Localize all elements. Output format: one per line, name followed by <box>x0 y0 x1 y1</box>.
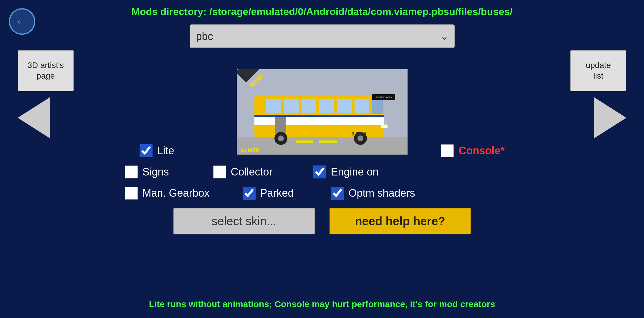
parked-label: Parked <box>260 187 294 199</box>
console-checkbox[interactable] <box>441 144 454 157</box>
bus-image-container: RESERVADO 3 3780 90%+ by MEP <box>237 69 408 155</box>
mod-dropdown[interactable]: pbc <box>190 24 455 48</box>
artist-page-button[interactable]: 3D artist's page <box>18 50 74 91</box>
options-row-2: Signs Collector Engine on <box>116 165 528 178</box>
svg-rect-16 <box>381 125 388 128</box>
collector-checkbox[interactable] <box>213 165 226 178</box>
options-panel: Lite Console* Signs Collector Engine on … <box>116 144 528 234</box>
lite-checkbox-item[interactable]: Lite <box>140 144 222 157</box>
man-gearbox-checkbox-item[interactable]: Man. Gearbox <box>125 187 225 200</box>
update-list-label: updatelist <box>586 60 611 82</box>
optm-shaders-checkbox[interactable] <box>331 187 344 200</box>
console-label: Console* <box>458 145 504 157</box>
options-row-1: Lite Console* <box>116 144 528 157</box>
parked-checkbox[interactable] <box>243 187 256 200</box>
optm-shaders-label: Optm shaders <box>349 187 415 199</box>
bus-image: RESERVADO 3 3780 90%+ by MEP <box>237 69 408 155</box>
signs-checkbox-item[interactable]: Signs <box>125 165 196 178</box>
artist-page-label: 3D artist's page <box>18 60 73 82</box>
next-button[interactable] <box>594 97 626 138</box>
select-skin-button[interactable]: select skin... <box>173 208 315 234</box>
engine-on-checkbox[interactable] <box>313 165 326 178</box>
parked-checkbox-item[interactable]: Parked <box>243 187 313 200</box>
svg-rect-11 <box>337 99 352 113</box>
svg-point-19 <box>278 135 284 141</box>
svg-text:3 3780: 3 3780 <box>352 131 366 136</box>
select-skin-label: select skin... <box>211 215 276 228</box>
svg-rect-12 <box>355 99 369 113</box>
collector-checkbox-item[interactable]: Collector <box>213 165 296 178</box>
svg-rect-17 <box>275 117 286 135</box>
mod-dropdown-wrapper: pbc ⌄ <box>190 24 455 48</box>
signs-checkbox[interactable] <box>125 165 138 178</box>
svg-rect-13 <box>372 98 383 114</box>
mods-dir-label: Mods directory: /storage/emulated/0/Andr… <box>0 0 644 17</box>
svg-rect-10 <box>319 99 334 113</box>
optm-shaders-checkbox-item[interactable]: Optm shaders <box>331 187 425 200</box>
svg-text:RESERVADO: RESERVADO <box>375 96 392 99</box>
console-checkbox-item[interactable]: Console* <box>441 144 504 157</box>
mod-select-container: pbc ⌄ <box>0 24 644 48</box>
prev-button[interactable] <box>18 97 50 138</box>
man-gearbox-label: Man. Gearbox <box>143 187 210 199</box>
svg-rect-9 <box>302 99 316 113</box>
svg-rect-6 <box>254 115 384 117</box>
svg-rect-5 <box>254 116 384 125</box>
action-buttons-row: select skin... need help here? <box>116 208 528 234</box>
back-button[interactable]: ← <box>9 8 35 35</box>
svg-rect-8 <box>284 99 299 113</box>
need-help-label: need help here? <box>355 215 445 228</box>
svg-rect-3 <box>319 140 337 143</box>
back-arrow-icon: ← <box>14 14 29 29</box>
need-help-button[interactable]: need help here? <box>330 208 471 234</box>
lite-label: Lite <box>157 145 174 157</box>
svg-rect-7 <box>266 99 281 113</box>
engine-on-checkbox-item[interactable]: Engine on <box>313 165 396 178</box>
collector-label: Collector <box>231 166 273 178</box>
man-gearbox-checkbox[interactable] <box>125 187 138 200</box>
svg-point-21 <box>357 135 363 141</box>
svg-rect-2 <box>296 140 313 143</box>
footer-text: Lite runs without animations; Console ma… <box>0 299 644 309</box>
update-list-button[interactable]: updatelist <box>570 50 626 91</box>
options-row-3: Man. Gearbox Parked Optm shaders <box>116 187 528 200</box>
engine-on-label: Engine on <box>331 166 379 178</box>
signs-label: Signs <box>143 166 169 178</box>
lite-checkbox[interactable] <box>140 144 153 157</box>
